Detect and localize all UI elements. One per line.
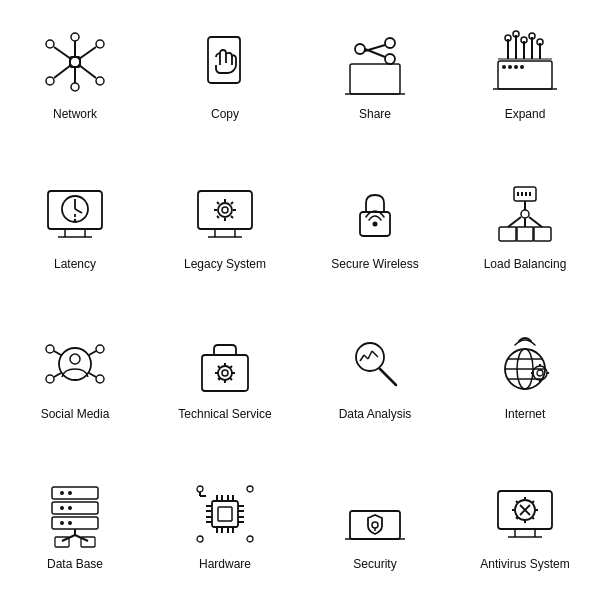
svg-point-54 [222, 207, 228, 213]
icon-cell-share[interactable]: Share [300, 0, 450, 150]
icon-cell-technical-service[interactable]: Technical Service [150, 300, 300, 450]
icon-cell-hardware[interactable]: Hardware [150, 450, 300, 600]
svg-line-167 [516, 501, 518, 503]
technical-service-label: Technical Service [178, 407, 271, 421]
icon-cell-network[interactable]: Network [0, 0, 150, 150]
svg-point-27 [514, 65, 518, 69]
svg-point-18 [355, 44, 365, 54]
svg-line-103 [368, 351, 372, 359]
svg-point-53 [218, 203, 232, 217]
svg-line-102 [364, 355, 368, 359]
icon-cell-data-base[interactable]: Data Base [0, 450, 150, 600]
svg-line-87 [89, 373, 96, 377]
icon-cell-load-balancing[interactable]: Load Balancing [450, 150, 600, 300]
svg-point-90 [222, 370, 228, 376]
icon-cell-secure-wireless[interactable]: Secure Wireless [300, 150, 450, 300]
svg-point-64 [373, 222, 378, 227]
social-media-label: Social Media [41, 407, 110, 421]
icon-cell-social-media[interactable]: Social Media [0, 300, 150, 450]
copy-label: Copy [211, 107, 239, 121]
svg-point-124 [68, 521, 72, 525]
svg-line-61 [231, 202, 233, 204]
svg-point-79 [70, 354, 80, 364]
share-label: Share [359, 107, 391, 121]
icon-cell-expand[interactable]: Expand [450, 0, 600, 150]
svg-line-98 [218, 378, 220, 380]
load-balancing-icon [490, 179, 560, 249]
svg-rect-76 [516, 227, 534, 241]
legacy-system-label: Legacy System [184, 257, 266, 271]
svg-point-89 [218, 366, 232, 380]
svg-point-48 [74, 219, 76, 221]
icon-cell-internet[interactable]: Internet [450, 300, 600, 450]
secure-wireless-label: Secure Wireless [331, 257, 418, 271]
svg-point-111 [537, 370, 543, 376]
svg-point-99 [356, 343, 384, 371]
svg-point-5 [46, 77, 54, 85]
svg-point-6 [96, 77, 104, 85]
svg-point-81 [96, 345, 104, 353]
svg-point-8 [71, 83, 79, 91]
icon-cell-legacy-system[interactable]: Legacy System [150, 150, 300, 300]
svg-point-19 [385, 38, 395, 48]
svg-rect-116 [52, 487, 98, 499]
data-base-icon [40, 479, 110, 549]
svg-point-2 [70, 57, 80, 67]
svg-point-70 [521, 210, 529, 218]
svg-line-84 [54, 351, 61, 355]
icon-cell-data-analysis[interactable]: Data Analysis [300, 300, 450, 450]
svg-point-25 [502, 65, 506, 69]
svg-line-46 [75, 209, 82, 213]
svg-line-22 [365, 49, 385, 57]
icon-cell-copy[interactable]: Copy [150, 0, 300, 150]
secure-wireless-icon [340, 179, 410, 249]
svg-rect-23 [498, 61, 552, 89]
svg-line-169 [532, 501, 534, 503]
svg-line-12 [79, 65, 96, 78]
svg-point-82 [46, 375, 54, 383]
svg-line-104 [372, 351, 378, 357]
svg-point-119 [60, 491, 64, 495]
svg-rect-117 [52, 502, 98, 514]
expand-label: Expand [505, 107, 546, 121]
svg-line-72 [508, 217, 521, 227]
svg-point-4 [96, 40, 104, 48]
hardware-icon [190, 479, 260, 549]
svg-rect-49 [198, 191, 252, 229]
technical-service-icon [190, 329, 260, 399]
svg-line-73 [529, 217, 542, 227]
data-base-label: Data Base [47, 557, 103, 571]
svg-point-148 [197, 486, 203, 492]
svg-point-156 [372, 522, 378, 528]
hardware-label: Hardware [199, 557, 251, 571]
antivirus-system-label: Antivirus System [480, 557, 569, 571]
network-label: Network [53, 107, 97, 121]
svg-line-100 [380, 369, 396, 385]
svg-point-80 [46, 345, 54, 353]
icon-cell-security[interactable]: Security [300, 450, 450, 600]
svg-line-60 [231, 216, 233, 218]
svg-rect-16 [350, 64, 400, 94]
svg-rect-131 [218, 507, 232, 521]
svg-point-26 [508, 65, 512, 69]
latency-label: Latency [54, 257, 96, 271]
svg-rect-88 [202, 355, 248, 391]
svg-rect-130 [212, 501, 238, 527]
svg-line-96 [230, 378, 232, 380]
svg-point-149 [247, 486, 253, 492]
svg-point-83 [96, 375, 104, 383]
svg-line-97 [230, 366, 232, 368]
latency-icon [40, 179, 110, 249]
svg-rect-75 [499, 227, 517, 241]
svg-rect-77 [533, 227, 551, 241]
icon-cell-latency[interactable]: Latency [0, 150, 150, 300]
svg-line-85 [89, 351, 96, 355]
svg-point-150 [197, 536, 203, 542]
svg-line-95 [218, 366, 220, 368]
network-icon [40, 29, 110, 99]
svg-point-28 [520, 65, 524, 69]
svg-point-3 [46, 40, 54, 48]
svg-line-9 [54, 47, 71, 59]
legacy-system-icon [190, 179, 260, 249]
icon-cell-antivirus-system[interactable]: Antivirus System [450, 450, 600, 600]
